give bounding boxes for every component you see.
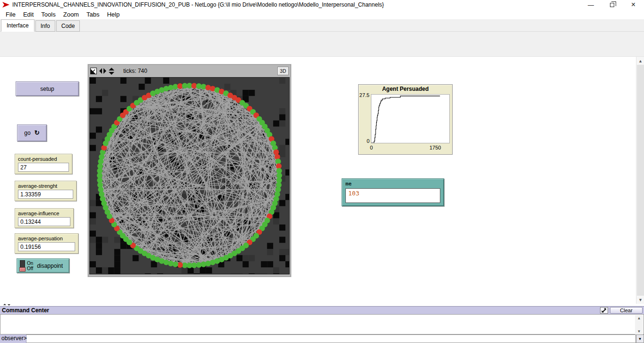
monitor-label: average-influence bbox=[18, 211, 70, 216]
y-axis-max-label: 27.5 bbox=[359, 92, 369, 98]
monitor-average-strenght: average-strenght 1.33359 bbox=[15, 181, 77, 201]
tab-interface[interactable]: Interface bbox=[1, 19, 34, 32]
netlogo-window: INTERPERSONAL_CHANNELS_INNOVATION_DIFFUS… bbox=[0, 0, 644, 343]
restore-icon bbox=[610, 3, 614, 7]
monitor-label: average-persuation bbox=[18, 236, 75, 241]
ticks-counter: ticks: 740 bbox=[123, 68, 147, 74]
world-view: ticks: 740 3D bbox=[88, 64, 291, 277]
command-center-output[interactable]: ▲ ▼ bbox=[0, 314, 644, 334]
monitor-average-influence: average-influence 0.13244 bbox=[15, 208, 74, 228]
plot-title: Agent Persuaded bbox=[359, 86, 452, 92]
close-button[interactable]: × bbox=[623, 0, 644, 9]
observer-prompt[interactable]: observer> bbox=[0, 334, 26, 343]
menu-help[interactable]: Help bbox=[103, 10, 123, 19]
command-center-title: Command Center bbox=[2, 307, 49, 314]
monitor-value: 0.13244 bbox=[18, 217, 70, 226]
switch-name: disappoint bbox=[37, 263, 63, 269]
output-scrollbar[interactable]: ▲ ▼ bbox=[635, 315, 643, 334]
horizontal-shift-icon[interactable] bbox=[99, 68, 106, 74]
vertical-shift-icon[interactable] bbox=[109, 68, 114, 75]
x-axis-min-label: 0 bbox=[370, 145, 373, 150]
input-box-me: me 103 bbox=[342, 178, 444, 206]
command-center-header: Command Center Clear bbox=[0, 306, 644, 314]
interface-canvas: setup go ↻ count-persuaded 27 average-st… bbox=[0, 57, 644, 304]
go-button[interactable]: go ↻ bbox=[17, 124, 47, 141]
x-axis-max-label: 1750 bbox=[429, 145, 441, 150]
switch-track-icon[interactable] bbox=[20, 260, 25, 272]
forever-icon: ↻ bbox=[34, 131, 40, 135]
command-input-row: observer> ▼ bbox=[0, 334, 644, 343]
tab-info[interactable]: Info bbox=[35, 20, 55, 32]
command-input[interactable] bbox=[26, 334, 636, 343]
menu-file[interactable]: File bbox=[2, 10, 19, 19]
disappoint-switch[interactable]: On Off disappoint bbox=[17, 258, 69, 273]
switch-handle[interactable] bbox=[19, 267, 26, 272]
switch-on-label: On bbox=[27, 261, 33, 266]
monitor-value: 27 bbox=[18, 163, 69, 172]
menu-zoom[interactable]: Zoom bbox=[60, 10, 83, 19]
scroll-up-icon[interactable]: ▲ bbox=[636, 57, 644, 65]
input-box-field[interactable]: 103 bbox=[345, 188, 440, 203]
menu-bar: File Edit Tools Zoom Tabs Help bbox=[0, 9, 644, 20]
monitor-count-persuaded: count-persuaded 27 bbox=[15, 154, 72, 174]
tab-code[interactable]: Code bbox=[56, 20, 80, 32]
detach-command-center-button[interactable] bbox=[600, 307, 608, 314]
restore-button[interactable] bbox=[601, 0, 623, 9]
reset-perspective-icon[interactable] bbox=[90, 68, 97, 74]
monitor-value: 1.33359 bbox=[18, 190, 73, 199]
netlogo-logo-icon bbox=[2, 1, 9, 8]
menu-edit[interactable]: Edit bbox=[19, 10, 37, 19]
toolbar: Edit Delete + Add abc Button ▼ normal sp… bbox=[0, 32, 644, 57]
monitor-value: 0.19156 bbox=[18, 242, 75, 251]
window-title: INTERPERSONAL_CHANNELS_INNOVATION_DIFFUS… bbox=[12, 1, 384, 8]
diagonal-arrows-icon bbox=[601, 308, 607, 313]
y-axis-min-label: 0 bbox=[359, 138, 369, 144]
monitor-average-persuation: average-persuation 0.19156 bbox=[15, 233, 78, 254]
minimize-button[interactable]: — bbox=[580, 0, 601, 9]
title-bar: INTERPERSONAL_CHANNELS_INNOVATION_DIFFUS… bbox=[0, 0, 644, 9]
world-canvas[interactable] bbox=[89, 77, 290, 274]
plot-agent-persuaded: Agent Persuaded 27.5 0 0 1750 bbox=[358, 84, 453, 155]
switch-off-label: Off bbox=[27, 266, 33, 271]
main-vertical-scrollbar[interactable]: ▲ ▼ bbox=[636, 57, 644, 304]
clear-button[interactable]: Clear bbox=[610, 307, 643, 314]
scroll-down-icon[interactable]: ▼ bbox=[635, 328, 643, 334]
setup-button[interactable]: setup bbox=[16, 81, 79, 96]
tab-bar: Interface Info Code bbox=[0, 20, 644, 32]
history-dropdown-button[interactable]: ▼ bbox=[636, 334, 644, 343]
world-view-header: ticks: 740 3D bbox=[88, 65, 291, 77]
input-box-label: me bbox=[345, 181, 440, 187]
monitor-label: count-persuaded bbox=[18, 156, 69, 162]
scrollbar-thumb[interactable] bbox=[637, 65, 644, 296]
3d-view-button[interactable]: 3D bbox=[277, 67, 289, 75]
monitor-label: average-strenght bbox=[18, 183, 73, 189]
scroll-down-icon[interactable]: ▼ bbox=[636, 296, 644, 304]
menu-tabs[interactable]: Tabs bbox=[83, 10, 103, 19]
scroll-up-icon[interactable]: ▲ bbox=[635, 315, 643, 321]
menu-tools[interactable]: Tools bbox=[37, 10, 59, 19]
plot-canvas bbox=[371, 94, 450, 143]
